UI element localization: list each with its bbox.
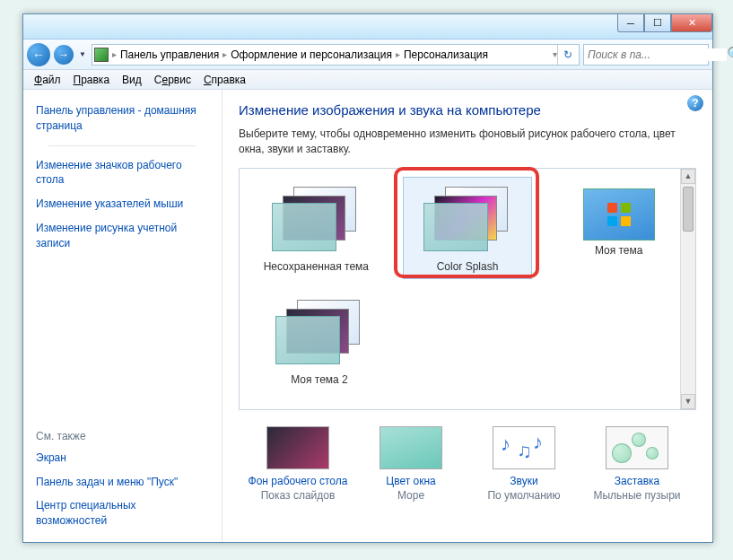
personalization-window: ─ ☐ ✕ ← → ▼ ▸ Панель управления ▸ Оформл… (22, 13, 713, 543)
music-note-icon: ♪ (501, 433, 510, 456)
theme-item-my-theme-2[interactable]: Моя тема 2 (252, 291, 387, 391)
breadcrumb-item[interactable]: Персонализация (400, 48, 492, 61)
theme-item-unsaved[interactable]: Несохраненная тема (252, 178, 380, 278)
scroll-up-button[interactable]: ▲ (681, 169, 695, 184)
link-label: Звуки (472, 475, 576, 487)
minimize-button[interactable]: ─ (617, 14, 644, 32)
search-box[interactable]: 🔍 (583, 44, 709, 66)
music-note-icon: ♪ (533, 431, 543, 454)
breadcrumb-item[interactable]: Панель управления (117, 48, 223, 61)
link-value: Мыльные пузыри (585, 489, 689, 502)
help-icon[interactable]: ? (687, 95, 703, 111)
page-description: Выберите тему, чтобы одновременно измени… (239, 127, 696, 157)
menu-file[interactable]: Файл (29, 72, 66, 88)
menu-help[interactable]: Справка (198, 72, 251, 88)
themes-list: Несохраненная тема Color Splash (239, 168, 696, 410)
theme-properties: Фон рабочего стола Показ слайдов Цвет ок… (239, 410, 696, 502)
link-value: По умолчанию (472, 489, 576, 502)
window-body: Панель управления - домашняя страница Из… (23, 90, 712, 542)
menu-edit[interactable]: Правка (68, 72, 116, 88)
scroll-down-button[interactable]: ▼ (681, 394, 695, 409)
forward-button[interactable]: → (54, 45, 74, 65)
sidebar-link-desktop-icons[interactable]: Изменение значков рабочего стола (36, 153, 209, 193)
theme-thumbnail (270, 296, 369, 366)
theme-label: Моя тема 2 (252, 370, 387, 391)
link-label: Заставка (585, 475, 689, 487)
navigation-toolbar: ← → ▼ ▸ Панель управления ▸ Оформление и… (23, 39, 712, 70)
address-bar[interactable]: ▸ Панель управления ▸ Оформление и персо… (92, 44, 580, 66)
menubar: Файл Правка Вид Сервис Справка (23, 70, 712, 90)
scrollbar[interactable]: ▲ ▼ (680, 169, 695, 409)
theme-thumbnail (583, 188, 655, 241)
theme-label: Несохраненная тема (252, 257, 380, 278)
theme-item-color-splash[interactable]: Color Splash (404, 178, 532, 278)
sidebar: Панель управления - домашняя страница Из… (23, 90, 223, 542)
scroll-thumb[interactable] (683, 187, 694, 232)
sidebar-link-ease-of-access[interactable]: Центр специальных возможностей (36, 494, 209, 533)
link-value: Показ слайдов (246, 489, 350, 502)
theme-label: Моя тема (554, 241, 683, 262)
window-controls: ─ ☐ ✕ (617, 14, 712, 32)
window-color-thumb (380, 426, 442, 469)
maximize-button[interactable]: ☐ (644, 14, 671, 32)
breadcrumb-item[interactable]: Оформление и персонализация (227, 48, 396, 61)
screensaver-link[interactable]: Заставка Мыльные пузыри (585, 426, 689, 502)
history-dropdown[interactable]: ▼ (77, 48, 88, 60)
control-panel-icon (94, 48, 109, 62)
theme-item-my-theme[interactable]: Моя тема (554, 178, 683, 278)
separator (48, 145, 196, 146)
menu-tools[interactable]: Сервис (149, 72, 196, 88)
music-note-icon: ♫ (517, 440, 532, 463)
screensaver-thumb (606, 426, 668, 469)
refresh-button[interactable]: ↻ (557, 45, 577, 65)
link-value: Море (359, 489, 463, 502)
desktop-background-link[interactable]: Фон рабочего стола Показ слайдов (246, 426, 350, 502)
sidebar-home-link[interactable]: Панель управления - домашняя страница (36, 99, 209, 138)
main-content: ? Изменение изображения и звука на компь… (223, 90, 712, 542)
link-label: Фон рабочего стола (246, 475, 350, 487)
link-label: Цвет окна (359, 475, 463, 487)
theme-thumbnail (266, 183, 365, 253)
theme-thumbnail (418, 183, 517, 253)
sidebar-link-account-picture[interactable]: Изменение рисунка учетной записи (36, 216, 209, 256)
close-button[interactable]: ✕ (671, 14, 712, 32)
sidebar-link-taskbar[interactable]: Панель задач и меню "Пуск" (36, 470, 209, 494)
windows-logo-icon (607, 203, 631, 226)
titlebar[interactable]: ─ ☐ ✕ (23, 14, 712, 39)
menu-view[interactable]: Вид (117, 72, 147, 88)
theme-label: Color Splash (404, 257, 532, 278)
back-button[interactable]: ← (27, 43, 50, 66)
page-title: Изменение изображения и звука на компьют… (239, 102, 696, 118)
sounds-thumb: ♪ ♫ ♪ (493, 426, 555, 469)
sidebar-link-display[interactable]: Экран (36, 446, 209, 470)
sounds-link[interactable]: ♪ ♫ ♪ Звуки По умолчанию (472, 426, 576, 502)
search-icon[interactable]: 🔍 (727, 46, 733, 63)
sidebar-link-mouse-pointers[interactable]: Изменение указателей мыши (36, 192, 209, 216)
window-color-link[interactable]: Цвет окна Море (359, 426, 463, 502)
desktop-background-thumb (266, 426, 329, 469)
search-input[interactable] (584, 48, 727, 61)
see-also-heading: См. также (36, 426, 209, 446)
